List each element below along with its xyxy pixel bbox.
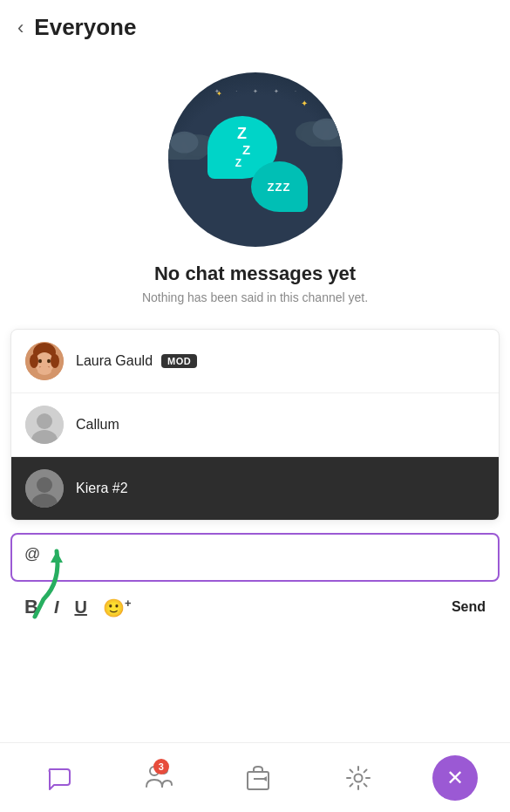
participant-name-callum: Callum	[76, 417, 119, 433]
formatting-toolbar: B I U 🙂+ Send	[10, 587, 500, 627]
callum-avatar-image	[25, 406, 64, 444]
svg-point-13	[38, 359, 42, 363]
illustration-area: ✦ ✦ ✦ Z Z Z ZZZ No cha	[0, 55, 510, 313]
back-button[interactable]: ‹	[17, 17, 24, 39]
svg-point-17	[37, 413, 52, 429]
participants-dropdown: Laura Gauld MOD Callum Kiera #2	[10, 329, 500, 521]
star-icon: ✦	[216, 90, 222, 98]
people-badge: 3	[153, 759, 169, 774]
svg-point-12	[51, 354, 59, 368]
send-button[interactable]: Send	[452, 599, 486, 615]
nav-item-settings[interactable]	[332, 765, 384, 791]
settings-icon	[345, 765, 371, 791]
no-messages-subtitle: Nothing has been said in this channel ye…	[107, 290, 403, 304]
bubble-small: ZZZ	[251, 161, 308, 212]
nav-item-chat[interactable]	[32, 765, 85, 791]
close-button[interactable]: ✕	[432, 755, 478, 801]
chat-icon	[45, 765, 71, 791]
avatar-kiera	[25, 469, 64, 508]
mod-badge: MOD	[161, 354, 197, 368]
svg-point-14	[47, 359, 51, 363]
green-arrow-indicator	[17, 547, 70, 629]
page-title: Everyone	[34, 14, 136, 41]
nav-item-share[interactable]	[232, 765, 284, 791]
no-messages-title: No chat messages yet	[154, 263, 356, 285]
arrow-svg	[17, 547, 70, 625]
svg-marker-22	[51, 551, 63, 563]
participant-name-laura: Laura Gauld	[76, 353, 153, 369]
emoji-button[interactable]: 🙂+	[103, 597, 132, 618]
header: ‹ Everyone	[0, 0, 510, 55]
avatar-callum	[25, 406, 64, 444]
kiera-avatar-image	[25, 469, 64, 508]
participant-name-kiera: Kiera #2	[76, 481, 128, 496]
close-icon: ✕	[446, 766, 464, 790]
underline-button[interactable]: U	[74, 597, 86, 618]
avatar-laura	[25, 342, 64, 380]
laura-avatar-image	[25, 342, 64, 380]
participant-item-callum[interactable]: Callum	[11, 393, 499, 457]
sleeping-illustration: ✦ ✦ ✦ Z Z Z ZZZ	[168, 72, 343, 247]
svg-point-11	[30, 354, 38, 368]
svg-point-15	[37, 366, 51, 375]
chat-bubbles: Z Z Z ZZZ	[203, 116, 308, 212]
share-icon	[245, 765, 271, 791]
message-input-area[interactable]: @	[10, 533, 500, 582]
participant-item-laura[interactable]: Laura Gauld MOD	[11, 330, 499, 393]
nav-item-people[interactable]: 3	[133, 762, 185, 794]
svg-point-20	[37, 477, 52, 493]
bottom-navigation: 3 ✕	[0, 742, 510, 812]
participant-item-kiera[interactable]: Kiera #2	[11, 457, 499, 520]
svg-point-3	[170, 132, 198, 154]
svg-point-7	[312, 119, 340, 140]
svg-point-27	[355, 774, 363, 781]
